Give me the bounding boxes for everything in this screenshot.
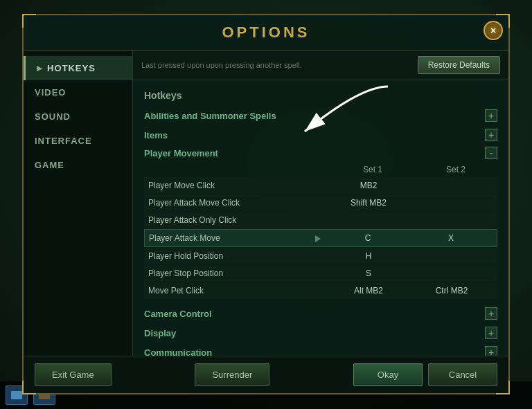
sidebar-label-video: VIDEO — [35, 87, 66, 98]
hotkey-player-hold-position-label: Player Hold Position — [148, 251, 316, 261]
hotkey-player-stop-position-set1[interactable]: S — [327, 269, 410, 278]
cancel-button[interactable]: Cancel — [428, 363, 497, 386]
expand-items-button[interactable]: + — [485, 129, 497, 141]
expand-camera-control-button[interactable]: + — [485, 307, 497, 320]
hotkey-move-pet-click-set1[interactable]: Alt MB2 — [327, 286, 410, 296]
category-communication: Communication + — [144, 343, 497, 356]
hotkey-player-move-click-set1[interactable]: MB2 — [327, 181, 410, 190]
sidebar-item-sound[interactable]: SOUND — [24, 104, 132, 129]
table-row: Move Pet Click Alt MB2 Ctrl MB2 — [144, 282, 497, 299]
table-row: Player Attack Only Click — [144, 212, 497, 228]
sidebar-item-hotkeys[interactable]: ▶ HOTKEYS — [24, 56, 132, 80]
sidebar-label-interface: INTERFACE — [35, 136, 92, 146]
footer-right-buttons: Okay Cancel — [353, 363, 497, 386]
title-bar: OPTIONS × — [24, 15, 508, 51]
okay-button[interactable]: Okay — [353, 363, 423, 386]
top-bar: Last pressed upon upon pressing another … — [133, 51, 508, 80]
hotkey-move-pet-click-label: Move Pet Click — [148, 286, 316, 296]
corner-bl — [22, 381, 36, 394]
hotkey-player-hold-position-set1[interactable]: H — [327, 251, 410, 261]
expand-display-button[interactable]: + — [485, 327, 497, 339]
category-communication-label[interactable]: Communication — [144, 347, 212, 356]
header-set1: Set 1 — [331, 165, 414, 174]
table-row: Player Attack Move Click Shift MB2 — [144, 194, 497, 211]
category-camera-control-label[interactable]: Camera Control — [144, 309, 212, 319]
hotkey-header: Set 1 Set 2 — [144, 162, 497, 177]
player-movement-section: Player Movement - Set 1 Set 2 Player Mov… — [144, 147, 497, 299]
sidebar-label-sound: SOUND — [35, 111, 71, 122]
category-display-label[interactable]: Display — [144, 328, 176, 338]
taskbar-icon-shape — [11, 391, 22, 399]
player-movement-header: Player Movement - — [144, 147, 497, 159]
section-hotkeys-label: Hotkeys — [144, 90, 497, 101]
category-camera-control: Camera Control + — [144, 305, 497, 322]
mini-triangle-icon — [315, 234, 326, 242]
expand-player-movement-button[interactable]: - — [485, 147, 497, 159]
sidebar-item-game[interactable]: GAME — [24, 153, 132, 177]
hotkey-player-move-click-label: Player Move Click — [148, 181, 316, 190]
category-items: Items + — [144, 126, 497, 144]
header-set2: Set 2 — [414, 165, 497, 174]
main-content: Last pressed upon upon pressing another … — [133, 51, 508, 356]
dialog-footer: Exit Game Surrender Okay Cancel — [24, 356, 508, 393]
restore-defaults-button[interactable]: Restore Defaults — [418, 56, 500, 74]
surrender-button[interactable]: Surrender — [195, 363, 269, 386]
hotkey-player-attack-move-set1[interactable]: C — [326, 233, 409, 243]
hotkey-player-attack-move-label: Player Attack Move — [149, 233, 315, 243]
dialog-title: OPTIONS — [222, 24, 310, 42]
exit-game-button[interactable]: Exit Game — [35, 363, 112, 386]
table-row: Player Move Click MB2 — [144, 177, 497, 194]
category-abilities-label[interactable]: Abilities and Summoner Spells — [144, 111, 276, 121]
hotkey-player-stop-position-label: Player Stop Position — [148, 269, 316, 278]
sidebar-item-video[interactable]: VIDEO — [24, 80, 132, 104]
corner-br — [496, 381, 510, 394]
player-movement-label[interactable]: Player Movement — [144, 148, 218, 158]
options-dialog: OPTIONS × ▶ HOTKEYS VIDEO SOUND INTERFAC… — [22, 14, 510, 394]
table-row: Player Hold Position H — [144, 248, 497, 264]
top-bar-text: Last pressed upon upon pressing another … — [141, 61, 418, 69]
sidebar-item-interface[interactable]: INTERFACE — [24, 129, 132, 153]
hotkey-move-pet-click-set2[interactable]: Ctrl MB2 — [410, 286, 493, 296]
sidebar-label-game: GAME — [35, 160, 64, 170]
category-abilities: Abilities and Summoner Spells + — [144, 107, 497, 125]
category-display: Display + — [144, 324, 497, 342]
category-items-label[interactable]: Items — [144, 130, 168, 140]
hotkey-player-attack-move-click-set1[interactable]: Shift MB2 — [327, 198, 410, 208]
hotkey-player-attack-move-set2[interactable]: X — [409, 233, 493, 243]
expand-communication-button[interactable]: + — [485, 346, 497, 356]
sidebar: ▶ HOTKEYS VIDEO SOUND INTERFACE GAME — [24, 51, 133, 356]
header-name-spacer — [144, 165, 331, 174]
content-area: Hotkeys Abilities and Summoner Spells + … — [133, 80, 508, 356]
active-arrow-icon: ▶ — [37, 64, 43, 72]
table-row-highlighted: Player Attack Move C X — [144, 229, 497, 247]
hotkey-player-attack-only-click-label: Player Attack Only Click — [148, 215, 316, 225]
dialog-body: ▶ HOTKEYS VIDEO SOUND INTERFACE GAME Las… — [24, 51, 508, 356]
close-button[interactable]: × — [484, 21, 503, 40]
sidebar-label-hotkeys: HOTKEYS — [47, 63, 96, 73]
table-row: Player Stop Position S — [144, 265, 497, 282]
expand-abilities-button[interactable]: + — [485, 109, 497, 122]
hotkey-player-attack-move-click-label: Player Attack Move Click — [148, 198, 316, 208]
